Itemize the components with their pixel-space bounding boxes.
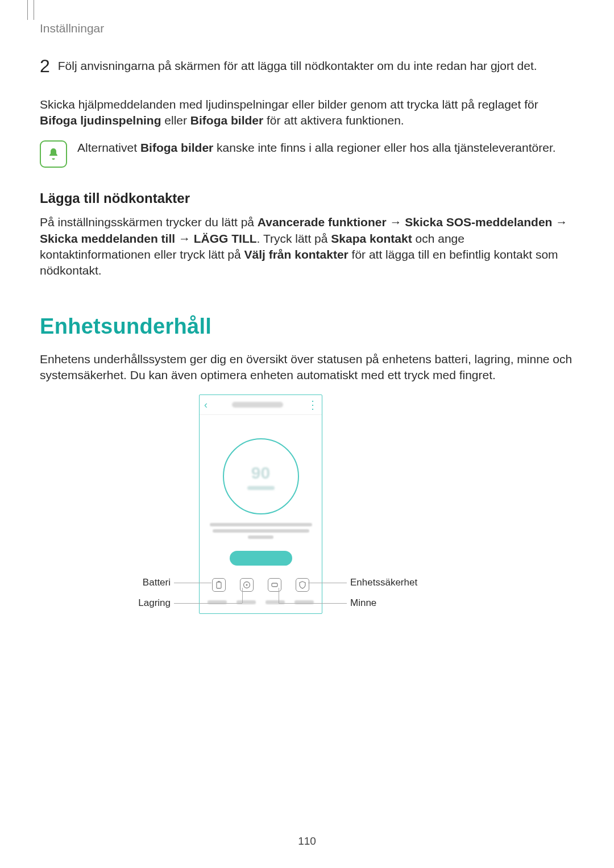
callout-battery: Batteri	[131, 577, 171, 588]
arrow: →	[387, 215, 405, 229]
score-value: 90	[251, 463, 270, 483]
page-number: 110	[0, 835, 614, 848]
note-bell-icon	[40, 140, 67, 168]
text: eller	[161, 114, 190, 127]
bold-send-to: Skicka meddelanden till	[40, 232, 175, 245]
note-text: Alternativet Bifoga bilder kanske inte f…	[77, 140, 577, 156]
text: På inställningsskärmen trycker du lätt p…	[40, 215, 258, 229]
text: för att aktivera funktionen.	[263, 114, 404, 127]
lead-line	[279, 603, 347, 604]
lead-line-v	[242, 588, 243, 603]
bold-valj-kontakter: Välj från kontakter	[244, 248, 349, 261]
svg-rect-1	[218, 581, 220, 582]
step-number: 2	[40, 57, 50, 76]
message-blur	[208, 523, 314, 539]
lead-line	[308, 583, 347, 583]
svg-rect-0	[217, 582, 221, 588]
bold-skapa-kontakt: Skapa kontakt	[331, 232, 412, 245]
arrow: →	[175, 232, 194, 245]
security-icon	[296, 578, 309, 592]
paragraph-maintenance: Enhetens underhållssystem ger dig en öve…	[40, 351, 577, 384]
memory-icon	[268, 578, 281, 592]
phone-topbar: ‹ ⋮	[200, 395, 322, 415]
step-2: 2 Följ anvisningarna på skärmen för att …	[40, 57, 577, 76]
bold-avancerade: Avancerade funktioner	[258, 215, 387, 229]
step-text: Följ anvisningarna på skärmen för att lä…	[58, 57, 577, 74]
lead-line-v	[279, 588, 279, 603]
bold-bifoga-ljud: Bifoga ljudinspelning	[40, 114, 161, 127]
section-header: Inställningar	[40, 22, 104, 35]
paragraph-attach: Skicka hjälpmeddelanden med ljudinspelni…	[40, 97, 577, 129]
page-tab-marker	[27, 0, 34, 20]
paragraph-add-contacts: På inställningsskärmen trycker du lätt p…	[40, 214, 577, 279]
optimize-button	[230, 551, 292, 566]
heading-enhetsunderhall: Enhetsunderhåll	[40, 314, 577, 339]
score-circle: 90	[223, 438, 299, 514]
text: . Tryck lätt på	[257, 232, 331, 245]
note-block: Alternativet Bifoga bilder kanske inte f…	[40, 140, 577, 168]
svg-rect-4	[272, 583, 277, 587]
text: Alternativet	[77, 141, 140, 154]
back-icon: ‹	[204, 400, 208, 410]
page-content: 2 Följ anvisningarna på skärmen för att …	[40, 57, 577, 622]
callout-memory: Minne	[350, 597, 376, 609]
bold-sos: Skicka SOS-meddelanden	[405, 215, 552, 229]
lead-line	[174, 583, 211, 583]
bottom-icons-row	[200, 578, 322, 592]
bold-bifoga-bilder: Bifoga bilder	[190, 114, 263, 127]
blur-title	[232, 402, 283, 408]
text: kanske inte finns i alla regioner eller …	[213, 141, 555, 154]
score-label-blur	[247, 486, 275, 490]
battery-icon	[212, 578, 226, 592]
callout-storage: Lagring	[131, 597, 171, 609]
bold-lagg-till: LÄGG TILL	[194, 232, 257, 245]
callout-security: Enhetssäkerhet	[350, 577, 417, 588]
svg-point-3	[246, 584, 248, 586]
figure-device-maintenance: ‹ ⋮ 90 Batteri Lagring	[40, 394, 577, 622]
heading-add-contacts: Lägga till nödkontakter	[40, 190, 577, 206]
phone-mockup: ‹ ⋮ 90	[199, 394, 322, 614]
bold-bifoga-bilder: Bifoga bilder	[140, 141, 213, 154]
lead-line	[174, 603, 242, 604]
more-icon: ⋮	[307, 399, 317, 410]
text: Skicka hjälpmeddelanden med ljudinspelni…	[40, 98, 538, 111]
arrow: →	[552, 215, 567, 229]
